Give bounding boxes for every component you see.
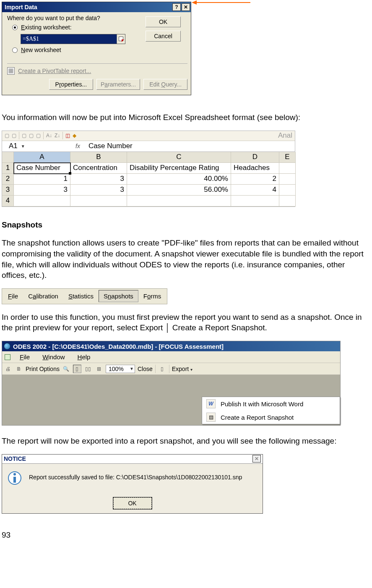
snapshot-icon: ▤ [206,413,216,422]
cell[interactable]: 1 [14,174,70,185]
cell[interactable]: 3 [70,174,127,185]
one-page-button[interactable]: ▯ [73,365,81,373]
print-options-icon[interactable]: 🗎 [15,365,23,373]
col-header[interactable]: B [70,152,127,163]
fx-label: fx [46,143,84,149]
chevron-down-icon: ▼ [130,366,134,371]
close-button[interactable]: ✕ [252,455,261,463]
menu-item[interactable]: Snapshots [99,290,138,302]
range-picker-button[interactable] [117,34,125,44]
col-header[interactable]: D [231,152,279,163]
cell[interactable]: Case Number [14,163,70,174]
cell[interactable]: 3 [14,185,70,196]
sort-desc-icon: Z↓ [55,133,60,139]
radio-new-worksheet[interactable]: New worksheet [12,47,146,53]
multi-page-button[interactable]: ⊞ [95,365,103,373]
zoom-icon[interactable]: 🔍 [62,365,70,373]
body-text: You information will now be put into Mic… [2,112,369,123]
cell[interactable]: Disability Percentage Rating [127,163,231,174]
callout-arrow [192,1,250,4]
cell[interactable] [279,185,296,196]
close-button[interactable]: ✕ [182,3,190,11]
menu-item[interactable]: Help [72,352,96,362]
page-number: 93 [2,531,369,540]
divider [7,63,187,64]
section-heading: Snapshots [2,220,369,230]
word-icon: W [206,399,216,408]
help-button[interactable]: ? [172,3,181,11]
cell[interactable]: 56.00% [127,185,231,196]
export-button[interactable]: Export ▾ [172,366,193,372]
cell[interactable]: 2 [231,174,279,185]
cell[interactable] [279,196,296,206]
chevron-down-icon: ▾ [190,367,193,372]
cell[interactable]: 40.00% [127,174,231,185]
menu-item-create-snapshot[interactable]: ▤ Create a Report Snapshot [202,410,340,424]
cell[interactable]: Concentration [70,163,127,174]
menu-item[interactable]: Forms [138,290,166,302]
menu-item[interactable]: Calibration [23,290,63,302]
col-header[interactable]: E [279,152,296,163]
formula-bar: A1 ▼ fx Case Number [2,141,295,152]
odes-window: ODES 2002 - [C:\ODES41\Odes_Data2000.mdb… [2,341,341,426]
toolbar-icon: ▢ [22,133,26,139]
toolbar-icon: ▢ [12,133,16,139]
row-header[interactable]: 1 [2,163,14,174]
formula-value: Case Number [84,142,133,150]
body-text: The report will now be exported into a r… [2,436,369,447]
cell[interactable] [279,163,296,174]
odes-toolbar: 🖨 🗎 Print Options 🔍 ▯ ▯▯ ⊞ 100% ▼ Close … [2,363,340,375]
menubar-screenshot: FileCalibrationStatisticsSnapshotsForms [2,288,167,304]
excel-screenshot: ▢ ▢ ▢ ▢ ▢ A↓ Z↓ ◫ ◆ Anal A1 ▼ fx Case Nu… [2,131,295,207]
col-header[interactable]: C [127,152,231,163]
cell[interactable]: 3 [70,185,127,196]
fill-handle-icon[interactable] [69,172,71,175]
cell[interactable] [127,196,231,206]
cell-reference-input[interactable] [21,34,117,44]
create-pivot-link[interactable]: Create a PivotTable report... [7,67,187,75]
close-button[interactable]: Close [138,366,153,372]
ok-button[interactable]: OK [113,497,152,509]
ok-button[interactable]: OK [146,16,181,27]
app-icon [4,343,10,350]
cell-reference-box [21,34,125,44]
notice-title: NOTICE [4,455,26,462]
menu-item[interactable]: Statistics [63,290,99,302]
name-box[interactable]: A1 ▼ [2,142,46,150]
dialog-title: Import Data [5,4,37,10]
edit-query-button: Edit Query... [143,79,187,90]
row-header[interactable]: 2 [2,174,14,185]
row-header[interactable]: 3 [2,185,14,196]
cell[interactable] [279,174,296,185]
properties-button[interactable]: Properties... [49,79,93,90]
dialog-prompt: Where do you want to put the data? [7,15,146,21]
row-header[interactable]: 4 [2,196,14,206]
print-icon[interactable]: 🖨 [4,365,12,373]
odes-menubar: FileWindowHelp [2,351,340,363]
menu-item[interactable]: Window [36,352,70,362]
notice-title-bar: NOTICE ✕ [2,455,263,464]
cell[interactable] [70,196,127,206]
cell[interactable]: Headaches [231,163,279,174]
excel-grid: A B C D E 1 Case Number Concentration Di… [2,152,295,206]
cell[interactable]: 4 [231,185,279,196]
radio-existing-worksheet[interactable]: Existing worksheet: [12,24,146,31]
cell[interactable] [14,196,70,206]
zoom-combo[interactable]: 100% ▼ [106,365,135,373]
export-dropdown: W Publish It with Microsoft Word ▤ Creat… [202,397,340,424]
cell[interactable] [231,196,279,206]
grid-corner[interactable] [2,152,14,163]
range-picker-icon [119,37,124,42]
two-page-button[interactable]: ▯▯ [84,365,92,373]
cancel-button[interactable]: Cancel [146,31,181,42]
chevron-down-icon: ▼ [21,144,25,149]
page-icon[interactable]: ▯ [158,365,166,373]
menu-item-publish-word[interactable]: W Publish It with Microsoft Word [202,397,340,410]
menu-item[interactable]: File [3,290,23,302]
print-options-label[interactable]: Print Options [26,366,60,372]
col-header[interactable]: A [14,152,70,163]
menu-item[interactable]: File [14,352,36,362]
toolbar-icon: ▢ [5,133,9,139]
toolbar-icon: ▢ [29,133,34,139]
dialog-title-bar: Import Data ? ✕ [2,2,191,12]
